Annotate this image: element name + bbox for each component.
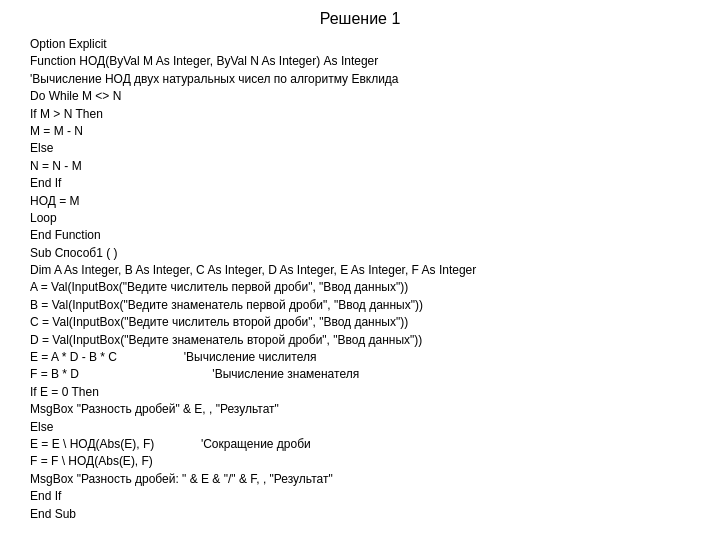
code-block: Option Explicit Function НОД(ByVal M As … [30,36,690,523]
page-title: Решение 1 [30,10,690,28]
page-container: Решение 1 Option Explicit Function НОД(B… [0,0,720,540]
